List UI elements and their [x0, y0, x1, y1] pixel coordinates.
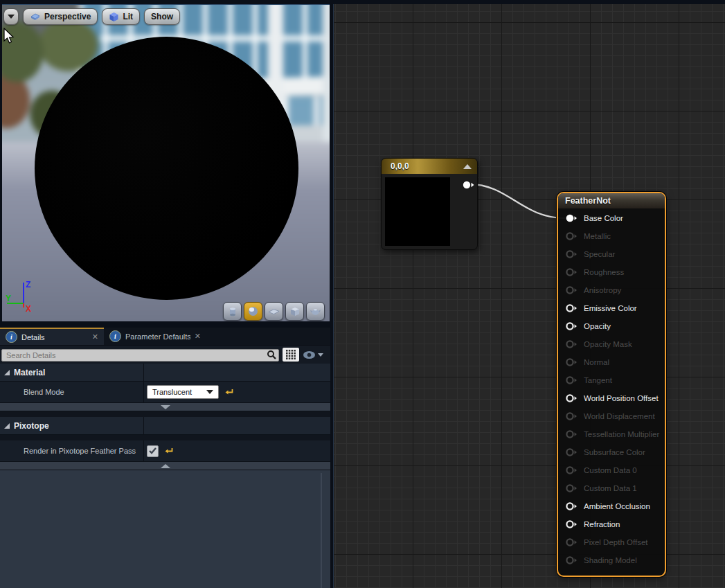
- viewport-toolbar: Perspective Lit Show: [3, 8, 180, 25]
- reset-to-default-icon[interactable]: [165, 447, 173, 455]
- pin-label: Base Color: [584, 214, 623, 222]
- preview-shape-teapot-button[interactable]: [306, 302, 325, 321]
- chevron-down-icon: [8, 15, 15, 19]
- connection-wire[interactable]: [469, 184, 565, 218]
- color-preview-swatch: [385, 177, 450, 246]
- pin-refraction[interactable]: Refraction: [558, 515, 665, 533]
- scrollbar-track[interactable]: [321, 473, 322, 588]
- category-pixotope[interactable]: Pixotope: [0, 417, 330, 435]
- lit-button[interactable]: Lit: [102, 8, 140, 25]
- pin-label: Anisotropy: [584, 286, 621, 294]
- tab-parameter-defaults[interactable]: i Parameter Defaults ✕: [104, 328, 206, 345]
- plane-icon: [268, 305, 280, 317]
- teapot-icon: [310, 305, 321, 317]
- pin-circle-icon: [566, 484, 578, 492]
- feather-pass-checkbox[interactable]: [147, 445, 159, 457]
- pin-label: Tangent: [584, 376, 612, 384]
- preview-shape-sphere-button[interactable]: [244, 302, 262, 321]
- pin-emissive-color[interactable]: Emissive Color: [558, 299, 665, 317]
- pin-tessellation-multiplier[interactable]: Tessellation Multiplier: [558, 425, 665, 443]
- pin-circle-icon: [566, 502, 578, 510]
- expand-up-icon: [161, 464, 170, 468]
- pin-tangent[interactable]: Tangent: [558, 371, 665, 389]
- preview-shape-plane-button[interactable]: [265, 302, 283, 321]
- view-options-button[interactable]: [303, 350, 323, 359]
- close-icon[interactable]: ✕: [195, 332, 201, 341]
- pin-circle-icon: [566, 520, 578, 528]
- pin-world-position-offset[interactable]: World Position Offset: [558, 389, 665, 407]
- pin-label: World Position Offset: [584, 394, 659, 402]
- perspective-label: Perspective: [44, 12, 91, 21]
- preview-shape-cylinder-button[interactable]: [223, 302, 242, 321]
- blend-mode-label: Blend Mode: [0, 388, 143, 396]
- axis-x-label: X: [26, 304, 31, 312]
- pin-circle-icon: [566, 376, 578, 384]
- category-expand-icon: [4, 423, 10, 429]
- grid-icon: [286, 350, 296, 359]
- advanced-collapser[interactable]: [0, 462, 330, 470]
- preview-viewport[interactable]: Perspective Lit Show Z Y X: [2, 4, 330, 321]
- pin-subsurface-color[interactable]: Subsurface Color: [558, 443, 665, 461]
- pin-label: Normal: [584, 358, 609, 366]
- tab-label: Parameter Defaults: [125, 332, 190, 341]
- pin-circle-icon: [566, 430, 578, 438]
- category-title: Pixotope: [14, 421, 49, 431]
- pin-shading-model[interactable]: Shading Model: [558, 551, 665, 569]
- pin-label: Opacity: [584, 322, 611, 330]
- pin-label: Custom Data 1: [584, 484, 637, 492]
- perspective-icon: [30, 12, 41, 21]
- mouse-cursor: [3, 28, 15, 44]
- parameter-defaults-tab-icon: i: [109, 330, 121, 342]
- material-node-header[interactable]: FeatherNot: [558, 193, 665, 208]
- tab-details[interactable]: i Details ✕: [0, 328, 104, 345]
- constant-color-node[interactable]: 0,0,0: [381, 158, 478, 250]
- pin-circle-icon: [566, 286, 578, 294]
- pin-circle-icon: [566, 214, 578, 222]
- pin-metallic[interactable]: Metallic: [558, 227, 665, 245]
- details-empty-area: [0, 470, 330, 588]
- pin-world-displacement[interactable]: World Displacement: [558, 407, 665, 425]
- show-button[interactable]: Show: [144, 8, 180, 25]
- collapse-node-icon[interactable]: [463, 164, 472, 169]
- property-matrix-button[interactable]: [283, 348, 299, 362]
- pin-ambient-occlusion[interactable]: Ambient Occlusion: [558, 497, 665, 515]
- preview-shape-cube-button[interactable]: [285, 302, 304, 321]
- pin-normal[interactable]: Normal: [558, 353, 665, 371]
- pin-circle-icon: [566, 394, 578, 402]
- material-editor-window: Perspective Lit Show Z Y X: [0, 0, 725, 588]
- reset-to-default-icon[interactable]: [225, 389, 233, 396]
- advanced-expander[interactable]: [0, 403, 330, 411]
- output-pin[interactable]: [463, 181, 474, 189]
- details-content: Material Blend Mode Translucent: [0, 364, 330, 588]
- category-expand-icon: [4, 370, 10, 375]
- pin-opacity[interactable]: Opacity: [558, 317, 665, 335]
- blend-mode-row: Blend Mode Translucent: [0, 382, 330, 403]
- blend-mode-dropdown[interactable]: Translucent: [147, 385, 219, 399]
- category-material[interactable]: Material: [0, 364, 330, 382]
- pin-pixel-depth-offset[interactable]: Pixel Depth Offset: [558, 533, 665, 551]
- pin-roughness[interactable]: Roughness: [558, 263, 665, 281]
- close-icon[interactable]: ✕: [92, 332, 98, 341]
- pin-label: Metallic: [584, 232, 611, 240]
- perspective-button[interactable]: Perspective: [23, 8, 98, 25]
- lit-label: Lit: [123, 12, 133, 21]
- show-label: Show: [151, 12, 173, 21]
- lit-cube-icon: [109, 12, 119, 22]
- pin-circle-icon: [566, 358, 578, 366]
- search-input[interactable]: [1, 349, 279, 362]
- eye-icon: [303, 350, 316, 359]
- pin-label: Pixel Depth Offset: [584, 538, 647, 546]
- axis-z-label: Z: [26, 280, 30, 289]
- material-graph-canvas[interactable]: 0,0,0 FeatherNot Base ColorMetallicSpecu…: [333, 4, 725, 588]
- pin-custom-data-0[interactable]: Custom Data 0: [558, 461, 665, 479]
- material-output-node[interactable]: FeatherNot Base ColorMetallicSpecularRou…: [557, 192, 666, 577]
- pin-specular[interactable]: Specular: [558, 245, 665, 263]
- pin-anisotropy[interactable]: Anisotropy: [558, 281, 665, 299]
- pin-label: World Displacement: [584, 412, 655, 420]
- feather-pass-label: Render in Pixotope Feather Pass: [0, 447, 143, 455]
- expand-down-icon: [161, 405, 170, 409]
- pin-base-color[interactable]: Base Color: [558, 209, 665, 227]
- pin-opacity-mask[interactable]: Opacity Mask: [558, 335, 665, 353]
- viewport-options-button[interactable]: [3, 8, 19, 25]
- pin-custom-data-1[interactable]: Custom Data 1: [558, 479, 665, 497]
